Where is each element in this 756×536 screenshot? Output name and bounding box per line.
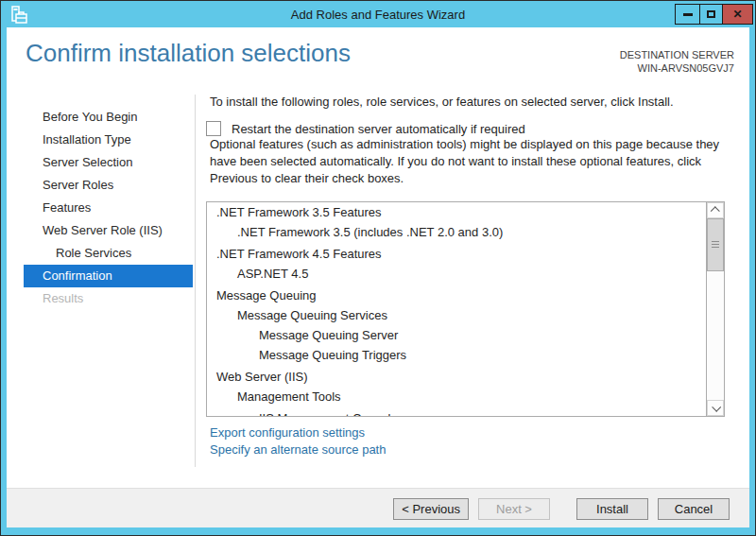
selection-list[interactable]: .NET Framework 3.5 Features.NET Framewor… [206, 201, 725, 417]
window-controls: ✕ [676, 4, 753, 25]
maximize-button[interactable] [699, 4, 723, 25]
restart-checkbox[interactable] [206, 121, 221, 136]
selection-list-item: .NET Framework 3.5 Features [207, 202, 705, 222]
sidebar-item-web-server-role-iis[interactable]: Web Server Role (IIS) [24, 219, 193, 242]
sidebar-item-installation-type[interactable]: Installation Type [24, 129, 193, 151]
close-icon: ✕ [732, 9, 742, 20]
selection-list-item: Message Queuing Services [207, 305, 705, 325]
scrollbar[interactable] [706, 202, 724, 416]
sidebar-item-server-selection[interactable]: Server Selection [24, 151, 193, 174]
install-button[interactable]: Install [576, 498, 648, 520]
scroll-down-button[interactable] [707, 400, 724, 416]
sidebar-item-before-you-begin[interactable]: Before You Begin [24, 106, 193, 129]
chevron-down-icon [712, 403, 721, 412]
scrollbar-thumb[interactable] [707, 218, 724, 271]
wizard-main: Before You BeginInstallation TypeServer … [7, 95, 749, 488]
selection-list-item: Web Server (IIS) [207, 367, 705, 387]
destination-server-name: WIN-ARVSN05GVJ7 [620, 61, 734, 75]
action-links: Export configuration settingsSpecify an … [206, 424, 725, 458]
close-button[interactable]: ✕ [722, 4, 753, 25]
content-pane: To install the following roles, role ser… [206, 95, 725, 458]
sidebar-item-results: Results [24, 287, 193, 310]
intro-text: To install the following roles, role ser… [206, 95, 725, 110]
minimize-button[interactable] [675, 4, 700, 25]
chevron-up-icon [710, 206, 719, 216]
selection-list-item: Message Queuing Server [207, 325, 705, 345]
selection-list-item: ASP.NET 4.5 [207, 264, 705, 284]
scrollbar-grip-icon [712, 241, 719, 249]
maximize-icon [707, 10, 715, 18]
selection-list-item: .NET Framework 4.5 Features [207, 244, 705, 264]
footer-buttons: < PreviousNext >InstallCancel [7, 498, 749, 520]
window-title: Add Roles and Features Wizard [1, 1, 755, 28]
selection-list-item: Message Queuing [207, 285, 705, 305]
optional-features-note: Optional features (such as administratio… [206, 136, 725, 187]
sidebar-item-confirmation[interactable]: Confirmation [24, 265, 193, 287]
titlebar[interactable]: Add Roles and Features Wizard ✕ [1, 1, 755, 27]
specify-an-alternate-source-path-link[interactable]: Specify an alternate source path [210, 441, 725, 458]
restart-checkbox-label: Restart the destination server automatic… [232, 122, 525, 136]
scroll-up-button[interactable] [707, 202, 724, 218]
selection-list-item: IIS Management Console [207, 408, 705, 416]
sidebar-item-features[interactable]: Features [24, 197, 193, 219]
minimize-icon [683, 13, 693, 16]
previous-button[interactable]: < Previous [393, 498, 469, 520]
sidebar-item-server-roles[interactable]: Server Roles [24, 174, 193, 197]
cancel-button[interactable]: Cancel [658, 498, 730, 520]
destination-server-label: DESTINATION SERVER [620, 48, 734, 61]
wizard-header: Confirm installation selections DESTINAT… [7, 27, 749, 95]
selection-list-item: Message Queuing Triggers [207, 345, 705, 365]
destination-server-block: DESTINATION SERVER WIN-ARVSN05GVJ7 [620, 48, 734, 75]
next-button[interactable]: Next > [478, 498, 550, 520]
export-configuration-settings-link[interactable]: Export configuration settings [210, 424, 725, 441]
sidebar-item-role-services[interactable]: Role Services [24, 242, 193, 265]
wizard-body: Confirm installation selections DESTINAT… [7, 27, 749, 527]
sidebar-nav: Before You BeginInstallation TypeServer … [7, 95, 196, 467]
selection-list-rows: .NET Framework 3.5 Features.NET Framewor… [207, 202, 705, 416]
selection-list-item: .NET Framework 3.5 (includes .NET 2.0 an… [207, 222, 705, 242]
wizard-window: Add Roles and Features Wizard ✕ Confirm … [0, 0, 756, 536]
restart-option-row: Restart the destination server automatic… [206, 121, 725, 136]
selection-list-item: Management Tools [207, 387, 705, 406]
wizard-footer: < PreviousNext >InstallCancel [7, 488, 749, 527]
